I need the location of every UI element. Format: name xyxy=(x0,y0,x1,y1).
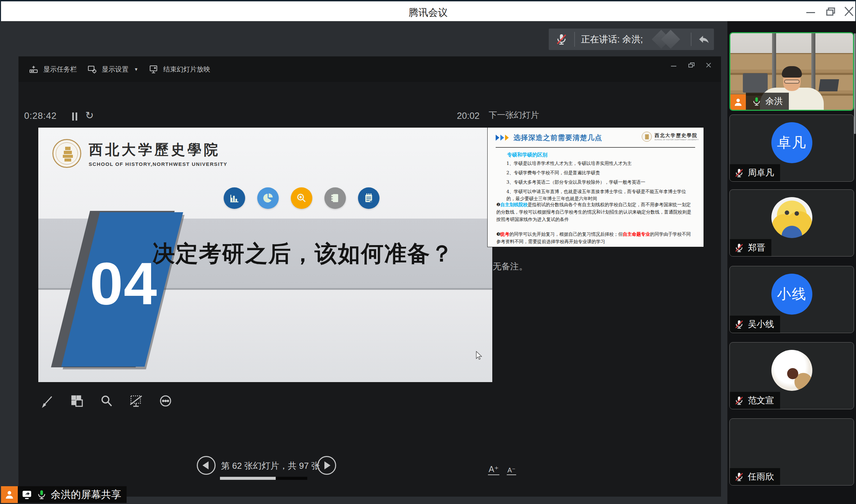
font-increase-button[interactable]: A⁺ xyxy=(488,464,499,475)
bar-chart-icon xyxy=(224,187,245,209)
photo-avatar-minions xyxy=(771,197,812,238)
share-indicator-label: 余洪的屏幕共享 xyxy=(18,486,127,503)
initials-avatar: 卓凡 xyxy=(771,122,812,163)
display-settings-label: 显示设置 xyxy=(102,65,129,74)
slide-progress-fill xyxy=(220,477,276,480)
slide-position-text: 第 62 张幻灯片，共 97 张 xyxy=(221,460,315,472)
pie-chart-icon xyxy=(257,187,279,209)
pen-tool-button[interactable] xyxy=(39,392,56,410)
emphasis-cyan: 自主划线院校 xyxy=(500,202,528,207)
taskbar-icon xyxy=(29,64,39,74)
participant-tile-renyuxin[interactable]: 任雨欣 xyxy=(729,418,854,486)
school-name-en: SCHOOL OF HISTORY,NORTHWEST UNIVERSITY xyxy=(89,161,227,167)
speaking-now-text: 正在讲话: 余洪; xyxy=(581,33,643,45)
presenter-window-controls xyxy=(670,61,714,69)
slide-progress-bar[interactable] xyxy=(220,477,307,480)
initials-avatar: 小线 xyxy=(771,274,812,314)
emphasis-red: 统考 xyxy=(500,231,510,237)
participant-name-bar: 余洪 xyxy=(746,93,789,110)
pause-timer-button[interactable] xyxy=(70,111,80,122)
photo-avatar-dog xyxy=(771,426,812,467)
muted-mic-icon xyxy=(734,319,745,330)
participant-name: 范文宣 xyxy=(748,395,774,406)
current-time: 20:02 xyxy=(457,111,480,121)
bullet-3: ❸ xyxy=(496,231,500,237)
slide-title: 决定考研之后，该如何准备？ xyxy=(153,238,454,269)
active-mic-icon xyxy=(36,489,47,500)
show-taskbar-label: 显示任务栏 xyxy=(43,65,77,74)
timer-row: 0:28:42 ↻ 20:02 xyxy=(24,111,480,126)
header-rule xyxy=(496,147,695,148)
presenter-restore-button[interactable] xyxy=(688,61,696,69)
elapsed-timer: 0:28:42 xyxy=(24,111,57,121)
participant-tile-zhengjin[interactable]: 郑晋 xyxy=(729,190,854,256)
end-slideshow-icon xyxy=(148,64,159,74)
slide-icon-strip xyxy=(224,187,379,209)
divider xyxy=(691,33,692,46)
active-mic-icon xyxy=(751,96,762,107)
powerpoint-presenter-window: 显示任务栏 显示设置 ▼ 结束幻灯片放映 xyxy=(18,56,721,497)
notebook-icon xyxy=(324,187,346,209)
end-slideshow-button[interactable]: 结束幻灯片放映 xyxy=(148,64,210,74)
checklist-icon xyxy=(358,187,379,209)
paragraph-3-text: 的同学可以先开始复习，根据自己的复习情况后择校；但 xyxy=(510,231,623,237)
participant-name: 郑晋 xyxy=(748,242,765,253)
preview-paragraph-3: ❸统考的同学可以先开始复习，根据自己的复习情况后择校；但自主命题专业的同学由于学… xyxy=(496,230,694,245)
university-seal-icon xyxy=(642,132,652,142)
school-name-cn: 西北大学歷史學院 xyxy=(89,140,227,159)
display-settings-button[interactable]: 显示设置 ▼ xyxy=(87,64,138,74)
school-logo-block: 西北大学歷史學院 SCHOOL OF HISTORY,NORTHWEST UNI… xyxy=(52,139,227,168)
host-badge-icon xyxy=(1,486,18,503)
annotation-toolbar xyxy=(39,392,174,410)
restart-timer-button[interactable]: ↻ xyxy=(85,109,94,121)
next-slide-preview[interactable]: 选择深造之前需要清楚几点 西北大学歷史學院 SCHOOL OF HISTORY,… xyxy=(487,128,703,247)
participant-name: 吴小线 xyxy=(748,318,774,330)
window-restore-button[interactable] xyxy=(824,5,838,17)
emphasis-red: 自主命题专业 xyxy=(623,231,650,237)
preview-points-list: 1、学硕是以培养学术性人才为主，专硕以培养实用性人才为主 2、专硕学费每个学校不… xyxy=(506,160,690,204)
preview-point: 3、专硕大多考英语二（部分专业以及学校除外），学硕一般考英语一 xyxy=(506,179,690,186)
muted-mic-icon xyxy=(734,471,745,482)
font-decrease-button[interactable]: A⁻ xyxy=(507,466,516,475)
presenter-close-button[interactable] xyxy=(705,61,714,69)
end-slideshow-label: 结束幻灯片放映 xyxy=(163,65,210,74)
black-screen-button[interactable] xyxy=(127,392,145,410)
divider xyxy=(574,32,575,47)
tencent-meeting-logo-icon xyxy=(653,31,683,48)
previous-slide-button[interactable] xyxy=(197,456,216,475)
slide-browser-button[interactable] xyxy=(68,392,86,410)
participant-name: 余洪 xyxy=(765,95,783,107)
speaking-indicator-bar: 正在讲话: 余洪; xyxy=(549,29,714,50)
show-taskbar-button[interactable]: 显示任务栏 xyxy=(29,64,77,74)
notes-placeholder: 无备注。 xyxy=(493,260,528,272)
more-options-button[interactable] xyxy=(157,392,174,410)
school-name-cn: 西北大学歷史學院 xyxy=(655,133,699,139)
sidebar-scrollbar[interactable] xyxy=(854,33,856,134)
magnifier-button[interactable] xyxy=(98,392,115,410)
presenter-minimize-button[interactable] xyxy=(670,61,679,69)
preview-paragraph-2: ❷自主划线院校是指初试的分数线由各个有自主划线权的学校自己划定，而不用参考国家统… xyxy=(496,201,694,223)
participant-tile-wuxiaoxian[interactable]: 小线 吴小线 xyxy=(729,266,854,333)
preview-heading: 专硕和学硕的区别 xyxy=(507,152,547,158)
participant-name: 周卓凡 xyxy=(748,167,774,179)
next-slide-button[interactable] xyxy=(317,456,336,475)
next-arrow-icon xyxy=(324,461,331,469)
photo-avatar-cat xyxy=(771,350,812,391)
screen-share-indicator: 余洪的屏幕共享 xyxy=(1,486,127,503)
share-indicator-text: 余洪的屏幕共享 xyxy=(51,488,121,502)
collapse-back-icon[interactable] xyxy=(697,32,711,46)
window-close-button[interactable] xyxy=(842,5,856,17)
zoom-in-icon xyxy=(291,187,312,209)
current-slide[interactable]: 西北大学歷史學院 SCHOOL OF HISTORY,NORTHWEST UNI… xyxy=(38,128,492,382)
university-seal-icon xyxy=(52,139,81,168)
preview-point: 1、学硕是以培养学术性人才为主，专硕以培养实用性人才为主 xyxy=(506,160,690,167)
window-minimize-button[interactable] xyxy=(804,5,818,17)
participant-tile-zhouzhuofan[interactable]: 卓凡 周卓凡 xyxy=(729,114,854,182)
preview-header: 选择深造之前需要清楚几点 xyxy=(496,133,602,142)
muted-mic-icon xyxy=(555,33,568,46)
next-slide-label: 下一张幻灯片 xyxy=(488,109,539,121)
participant-tile-fanwenxuan[interactable]: 范文宣 xyxy=(729,342,854,409)
preview-slide-title: 选择深造之前需要清楚几点 xyxy=(514,133,602,142)
participant-name-bar: 郑晋 xyxy=(730,239,771,256)
participant-tile-yuhong[interactable]: 余洪 xyxy=(729,32,854,111)
